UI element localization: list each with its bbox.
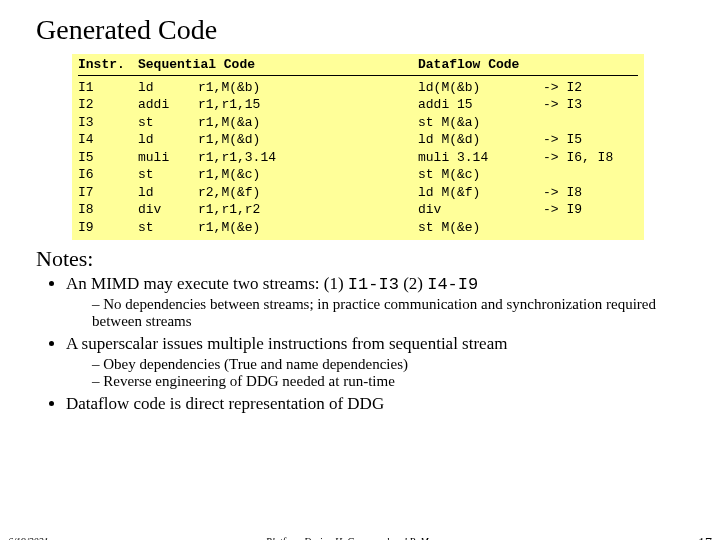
cell-op: ld (138, 184, 198, 202)
cell-df: ld M(&d) (418, 131, 543, 149)
code-table: Instr. Sequential Code Dataflow Code I1 … (72, 54, 644, 240)
cell-args: r1,r1,r2 (198, 201, 418, 219)
cell-args: r1,M(&b) (198, 79, 418, 97)
cell-df: st M(&c) (418, 166, 543, 184)
table-row: I8 div r1,r1,r2 div -> I9 (78, 201, 638, 219)
sub-list: Obey dependencies (True and name depende… (66, 356, 684, 390)
cell-df: muli 3.14 (418, 149, 543, 167)
cell-args: r1,r1,3.14 (198, 149, 418, 167)
cell-dep (543, 219, 623, 237)
table-row: I6 st r1,M(&c) st M(&c) (78, 166, 638, 184)
footer-center: Platform Design H. Corporaal and B. Mesm… (0, 536, 720, 540)
cell-df: ld(M(&b) (418, 79, 543, 97)
header-df: Dataflow Code (418, 56, 638, 74)
cell-dep (543, 166, 623, 184)
bullet-dataflow: Dataflow code is direct representation o… (66, 394, 684, 414)
sub-bullet: No dependencies between streams; in prac… (92, 296, 684, 330)
cell-op: st (138, 166, 198, 184)
cell-dep: -> I9 (543, 201, 623, 219)
header-seq: Sequential Code (138, 56, 418, 74)
table-row: I7 ld r2,M(&f) ld M(&f) -> I8 (78, 184, 638, 202)
cell-op: st (138, 219, 198, 237)
cell-dep: -> I5 (543, 131, 623, 149)
code-span: I1-I3 (348, 275, 399, 294)
cell-args: r2,M(&f) (198, 184, 418, 202)
cell-args: r1,M(&c) (198, 166, 418, 184)
cell-dep (543, 114, 623, 132)
text: An MIMD may execute two streams: (1) (66, 274, 348, 293)
cell-op: ld (138, 131, 198, 149)
code-span: I4-I9 (427, 275, 478, 294)
cell-dep: -> I3 (543, 96, 623, 114)
cell-op: addi (138, 96, 198, 114)
cell-args: r1,M(&a) (198, 114, 418, 132)
table-row: I4 ld r1,M(&d) ld M(&d) -> I5 (78, 131, 638, 149)
sub-bullet: Reverse engineering of DDG needed at run… (92, 373, 684, 390)
cell-df: st M(&e) (418, 219, 543, 237)
cell-instr: I7 (78, 184, 138, 202)
cell-instr: I4 (78, 131, 138, 149)
table-row: I3 st r1,M(&a) st M(&a) (78, 114, 638, 132)
bullet-mimd: An MIMD may execute two streams: (1) I1-… (66, 274, 684, 330)
footer-page: 17 (698, 536, 712, 540)
table-row: I1 ld r1,M(&b) ld(M(&b) -> I2 (78, 79, 638, 97)
cell-instr: I9 (78, 219, 138, 237)
cell-op: ld (138, 79, 198, 97)
cell-instr: I3 (78, 114, 138, 132)
cell-op: div (138, 201, 198, 219)
cell-df: addi 15 (418, 96, 543, 114)
cell-args: r1,M(&e) (198, 219, 418, 237)
sub-list: No dependencies between streams; in prac… (66, 296, 684, 330)
table-row: I5 muli r1,r1,3.14 muli 3.14 -> I6, I8 (78, 149, 638, 167)
cell-instr: I1 (78, 79, 138, 97)
table-row: I9 st r1,M(&e) st M(&e) (78, 219, 638, 237)
text: (2) (399, 274, 427, 293)
notes-list: An MIMD may execute two streams: (1) I1-… (36, 274, 684, 414)
cell-dep: -> I2 (543, 79, 623, 97)
cell-args: r1,r1,15 (198, 96, 418, 114)
table-row: I2 addi r1,r1,15 addi 15 -> I3 (78, 96, 638, 114)
cell-op: muli (138, 149, 198, 167)
bullet-superscalar: A superscalar issues multiple instructio… (66, 334, 684, 354)
cell-df: ld M(&f) (418, 184, 543, 202)
cell-instr: I2 (78, 96, 138, 114)
sub-bullet: Obey dependencies (True and name depende… (92, 356, 684, 373)
cell-args: r1,M(&d) (198, 131, 418, 149)
notes-heading: Notes: (36, 246, 684, 272)
cell-df: st M(&a) (418, 114, 543, 132)
slide-title: Generated Code (36, 14, 684, 46)
slide: Generated Code Instr. Sequential Code Da… (0, 0, 720, 540)
cell-instr: I8 (78, 201, 138, 219)
table-header-row: Instr. Sequential Code Dataflow Code (78, 56, 638, 76)
cell-op: st (138, 114, 198, 132)
cell-dep: -> I6, I8 (543, 149, 623, 167)
cell-dep: -> I8 (543, 184, 623, 202)
cell-instr: I6 (78, 166, 138, 184)
header-instr: Instr. (78, 56, 138, 74)
cell-df: div (418, 201, 543, 219)
cell-instr: I5 (78, 149, 138, 167)
